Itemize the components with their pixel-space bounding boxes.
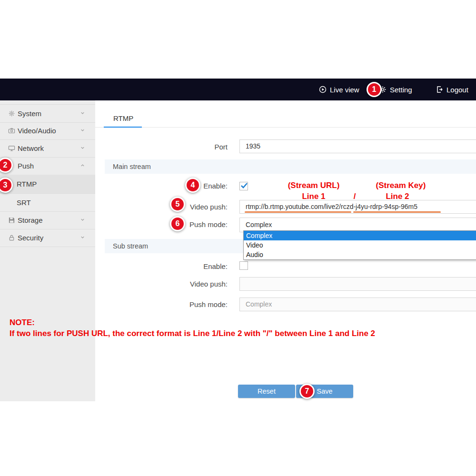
play-circle-icon [319,86,327,93]
sidebar-item-label: SRT [17,198,95,207]
sidebar-item-label: RTMP [17,180,95,188]
sidebar-item-push[interactable]: Push [0,157,95,175]
logout-link[interactable]: Logout [436,79,468,100]
sidebar-item-video-audio[interactable]: Video/Audio [0,122,95,140]
sidebar-item-label: System [18,109,79,118]
push-mode-dropdown: Complex Video Audio [243,230,476,260]
sidebar-item-label: Storage [18,216,79,224]
sidebar-item-network[interactable]: Network [0,139,95,158]
sidebar-item-label: Network [18,144,79,152]
annotation-circle-7: 7 [299,384,315,399]
sub-push-mode-input[interactable]: Complex [239,298,476,311]
line1-annotation: Line 1 [266,192,361,201]
camera-icon [8,127,16,135]
note-body: If two lines for PUSH URL, the correct f… [10,329,375,338]
sub-push-mode-label: Push mode: [143,300,228,308]
main-enable-checkbox[interactable] [239,182,248,190]
sub-enable-label: Enable: [143,262,228,270]
logout-icon [436,86,443,93]
sub-enable-checkbox[interactable] [239,261,248,270]
sidebar-item-label: Security [18,234,79,242]
gear-icon [8,110,16,118]
sidebar: System Video/Audio Network Push RTMP SRT… [0,100,95,401]
chevron-down-icon [79,144,86,152]
reset-button[interactable]: Reset [238,385,295,398]
sub-video-push-input[interactable] [239,277,476,291]
monitor-icon [8,145,16,152]
sidebar-item-label: Video/Audio [18,127,79,135]
annotation-circle-5: 5 [170,197,185,212]
logout-label: Logout [446,86,468,94]
stream-key-underline [353,211,441,213]
chevron-up-icon [79,162,86,170]
tabbar-divider [95,127,476,128]
stream-url-underline [245,211,351,213]
stream-key-annotation: (Stream Key) [353,181,448,190]
note-title: NOTE: [10,318,35,327]
port-input[interactable]: 1935 [239,139,476,153]
sidebar-item-srt[interactable]: SRT [0,194,95,212]
tab-rtmp[interactable]: RTMP [113,114,133,122]
top-bar: Live view Setting Logout [0,79,476,100]
chevron-down-icon [79,109,86,118]
sidebar-item-rtmp[interactable]: RTMP [0,175,95,194]
live-view-link[interactable]: Live view [319,79,359,100]
dropdown-option-audio[interactable]: Audio [244,250,476,259]
chevron-down-icon [79,216,86,224]
main-stream-section-header: Main stream [105,159,476,174]
main-push-mode-label: Push mode: [143,220,228,228]
disk-icon [8,217,16,224]
dropdown-option-video[interactable]: Video [244,240,476,250]
lock-icon [8,234,16,242]
annotation-circle-6: 6 [170,216,185,231]
dropdown-option-complex[interactable]: Complex [244,231,476,240]
live-view-label: Live view [330,86,359,94]
setting-label: Setting [390,86,412,94]
chevron-down-icon [79,127,86,135]
annotation-circle-4: 4 [185,178,200,193]
annotation-circle-1: 1 [367,82,382,97]
port-label: Port [143,143,228,151]
sidebar-item-storage[interactable]: Storage [0,211,95,229]
line2-annotation: Line 2 [350,192,445,201]
stream-url-annotation: (Stream URL) [266,181,361,190]
sub-video-push-label: Video push: [143,280,228,288]
setting-link[interactable]: Setting [379,79,412,100]
chevron-down-icon [79,234,86,242]
sidebar-item-system[interactable]: System [0,104,95,123]
tab-active-underline [104,127,142,128]
main-video-push-label: Video push: [143,203,228,211]
page: Live view Setting Logout System Video/Au… [0,0,476,476]
sidebar-item-label: Push [18,162,79,170]
sidebar-item-security[interactable]: Security [0,229,95,247]
